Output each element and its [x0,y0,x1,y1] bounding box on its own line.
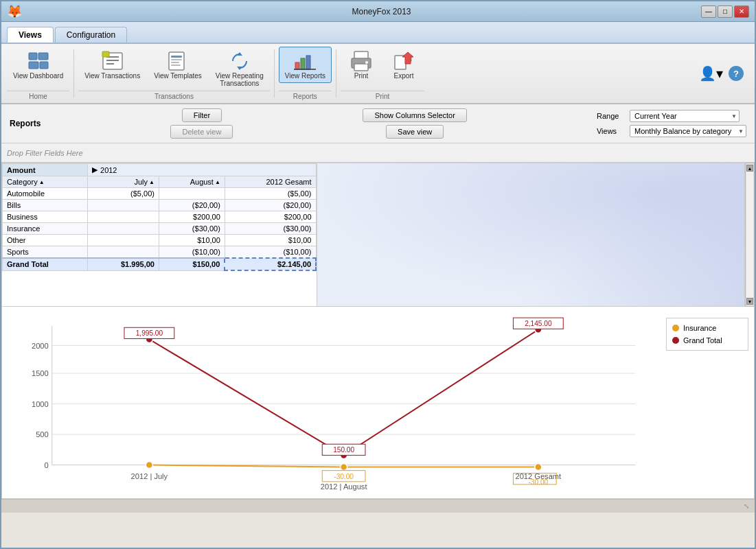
chart-legend: Insurance Grand Total [666,318,748,351]
minimize-button[interactable]: — [701,5,716,18]
insurance-august: ($30,00) [159,223,225,235]
august-sort-arrow: ▲ [215,179,220,185]
filter-placeholder: Drop Filter Fields Here [7,149,83,157]
app-logo: 🦊 [7,4,22,19]
tab-configuration[interactable]: Configuration [55,27,127,43]
insurance-point-august [341,464,347,471]
sports-gesamt: ($10,00) [225,246,316,259]
svg-rect-24 [395,56,406,69]
view-templates-button[interactable]: View Templates [148,47,208,83]
reports-icon [293,50,317,72]
grand-total-july: $1.995,00 [88,258,159,270]
tab-views[interactable]: Views [7,27,54,43]
category-business: Business [3,211,88,223]
home-group-label: Home [7,91,69,100]
insurance-point-gesamt [535,464,542,471]
svg-rect-1 [38,53,48,60]
svg-rect-8 [102,51,109,57]
delete-view-button[interactable]: Delete view [170,125,233,139]
x-label-gesamt: 2012 Gesamt [515,472,561,480]
category-col-header[interactable]: Category ▲ [3,176,88,188]
show-columns-button[interactable]: Show Columns Selector [363,108,466,122]
category-other: Other [3,235,88,246]
bills-gesamt: ($20,00) [225,200,316,211]
other-gesamt: $10,00 [225,235,316,246]
transactions-icon [100,50,125,72]
view-dashboard-label: View Dashboard [13,72,63,80]
svg-text:1500: 1500 [32,369,49,377]
export-label: Export [394,72,414,80]
save-view-button[interactable]: Save view [386,125,444,139]
legend-item-insurance: Insurance [672,324,742,332]
templates-icon [165,50,190,72]
help-icon[interactable]: ? [729,66,744,81]
print-label: Print [354,72,369,80]
reports-section-label: Reports [10,119,41,128]
user-icon[interactable]: 👤▾ [699,65,723,82]
print-button[interactable]: Print [341,47,382,83]
svg-rect-2 [29,62,38,69]
automobile-gesamt: ($5,00) [225,188,316,200]
august-col-header[interactable]: August ▲ [159,176,225,188]
x-label-august: 2012 | August [321,482,367,491]
svg-rect-18 [306,56,310,69]
bills-august: ($20,00) [159,200,225,211]
filter-bar: Drop Filter Fields Here [1,143,755,163]
july-col-header[interactable]: July ▲ [88,176,159,188]
print-icon [349,50,374,72]
business-august: $200,00 [159,211,225,223]
view-reports-label: View Reports [285,72,325,80]
chart-placeholder [317,163,745,307]
line-chart: 0 500 1000 1500 2000 [8,312,666,493]
svg-rect-9 [169,52,184,70]
svg-rect-17 [301,58,305,69]
other-august: $10,00 [159,235,225,246]
table-row: Insurance ($30,00) ($30,00) [3,223,317,235]
svg-rect-22 [354,64,368,71]
view-transactions-button[interactable]: View Transactions [78,47,146,83]
view-reports-button[interactable]: View Reports [279,47,332,83]
insurance-gesamt: ($30,00) [225,223,316,235]
category-insurance: Insurance [3,223,88,235]
svg-rect-16 [295,62,299,69]
insurance-point-july [146,461,152,468]
dashboard-icon [26,50,51,72]
gesamt-col-header: 2012 Gesamt [225,176,316,188]
view-dashboard-button[interactable]: View Dashboard [7,47,69,83]
table-row: Business $200,00 $200,00 [3,211,317,223]
filter-button[interactable]: Filter [182,108,222,122]
view-repeating-button[interactable]: View RepeatingTransactions [209,47,270,91]
print-group-label: Print [341,91,424,100]
category-bills: Bills [3,200,88,211]
year-sort-icon[interactable]: ▶ [92,165,98,174]
x-label-july: 2012 | July [131,472,168,480]
svg-point-23 [365,61,368,64]
views-label: Views [597,127,624,135]
svg-rect-11 [171,59,182,60]
year-header: ▶ 2012 [88,164,316,176]
business-july [88,211,159,223]
status-bar: ⤡ [1,499,755,513]
view-templates-label: View Templates [154,72,202,80]
view-repeating-label: View RepeatingTransactions [216,72,264,87]
transactions-group-label: Transactions [78,91,270,100]
resize-handle[interactable]: ⤡ [744,502,749,510]
grand-total-legend-dot [672,337,679,344]
svg-text:0: 0 [45,461,49,469]
maximize-button[interactable]: □ [718,5,733,18]
annotation-gt-gesamt: 2,145.00 [525,320,552,327]
tab-bar: Views Configuration [1,22,755,44]
views-select[interactable]: Monthly Balance by category [630,125,746,137]
vertical-scrollbar[interactable]: ▲ ▼ [745,163,755,307]
toolbar: View Dashboard Home [1,44,755,104]
export-button[interactable]: Export [383,47,424,83]
close-button[interactable]: ✕ [734,5,749,18]
annotation-ins-august: -30.00 [334,473,354,480]
chart-svg: 0 500 1000 1500 2000 [8,312,666,493]
range-select[interactable]: Current Year [630,110,740,122]
view-transactions-label: View Transactions [84,72,140,80]
svg-text:1000: 1000 [32,400,49,408]
legend-item-grand-total: Grand Total [672,336,742,344]
grand-total-legend-label: Grand Total [683,336,722,344]
category-sports: Sports [3,246,88,259]
